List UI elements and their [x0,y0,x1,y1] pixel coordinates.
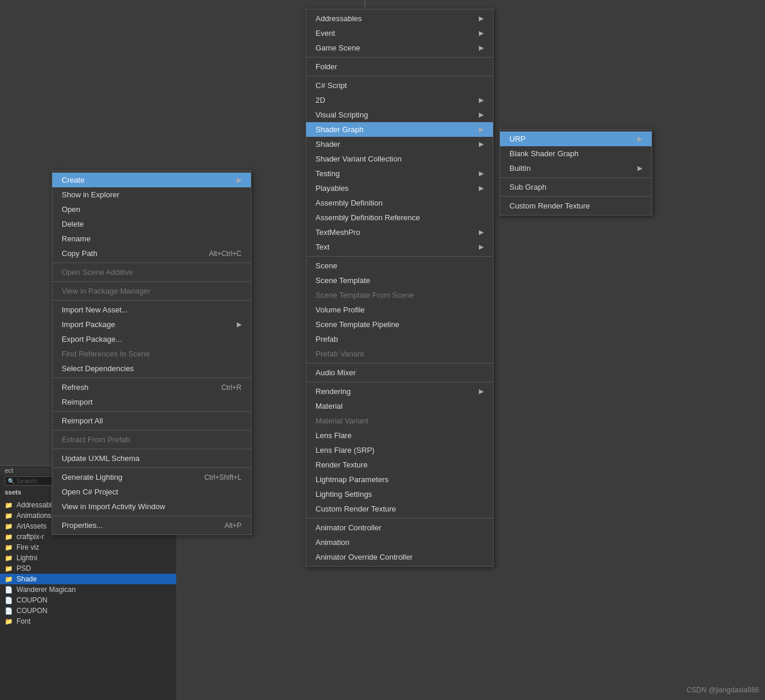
menu-item-refresh[interactable]: Refresh Ctrl+R [52,380,251,395]
menu-item-shader-graph[interactable]: Shader Graph ▶ [306,122,493,137]
file-item-fireviz[interactable]: Fire viz [0,542,176,553]
menu-item-generate-lighting[interactable]: Generate Lighting Ctrl+Shift+L [52,470,251,484]
menu-item-render-texture[interactable]: Render Texture [306,457,493,472]
menu-label: Animator Controller [316,523,381,532]
file-item-psd[interactable]: PSD [0,563,176,574]
menu-item-animator-override[interactable]: Animator Override Controller [306,550,493,564]
menu-item-delete[interactable]: Delete [52,217,251,231]
menu-label: Rendering [316,387,351,396]
menu-item-custom-render-texture-urp[interactable]: Custom Render Texture [500,198,652,213]
menu-item-lens-flare[interactable]: Lens Flare [306,428,493,443]
menu-item-builtin[interactable]: BuiltIn ▶ [500,161,652,176]
menu-item-game-scene[interactable]: Game Scene ▶ [306,41,493,55]
menu-label: Shader Graph [316,125,364,134]
separator [306,57,493,58]
menu-label: View in Package Manager [62,287,150,295]
menu-item-sub-graph[interactable]: Sub Graph [500,180,652,194]
menu-item-select-dependencies[interactable]: Select Dependencies [52,361,251,376]
folder-icon [5,533,13,541]
menu-item-view-package-manager: View in Package Manager [52,284,251,298]
file-item-font[interactable]: Font [0,616,176,627]
menu-item-shader-variant[interactable]: Shader Variant Collection [306,152,493,166]
folder-icon [5,543,13,551]
menu-item-volume-profile[interactable]: Volume Profile [306,302,493,317]
menu-item-urp[interactable]: URP ▶ [500,132,652,146]
menu-item-show-explorer[interactable]: Show in Explorer [52,187,251,202]
menu-item-open-scene-additive: Open Scene Additive [52,265,251,280]
menu-item-2d[interactable]: 2D ▶ [306,93,493,107]
menu-item-export-package[interactable]: Export Package... [52,332,251,346]
menu-item-rename[interactable]: Rename [52,231,251,246]
menu-item-lightmap-parameters[interactable]: Lightmap Parameters [306,472,493,487]
context-menu-create: Addressables ▶ Event ▶ Game Scene ▶ Fold… [306,9,494,567]
menu-item-copy-path[interactable]: Copy Path Alt+Ctrl+C [52,246,251,261]
shortcut-label: Alt+P [224,521,241,530]
menu-item-scene[interactable]: Scene [306,258,493,273]
menu-item-lens-flare-srp[interactable]: Lens Flare (SRP) [306,443,493,457]
menu-item-shader[interactable]: Shader ▶ [306,137,493,152]
menu-item-scene-template-pipeline[interactable]: Scene Template Pipeline [306,317,493,332]
submenu-arrow: ▶ [479,29,484,37]
menu-item-create[interactable]: Create ▶ [52,173,251,187]
menu-item-open-csharp[interactable]: Open C# Project [52,484,251,499]
menu-item-extract-prefab: Extract From Prefab [52,432,251,447]
submenu-arrow: ▶ [479,44,484,52]
submenu-arrow: ▶ [479,111,484,119]
file-item-shade[interactable]: Shade [0,574,176,584]
folder-icon [5,522,13,530]
menu-label: Generate Lighting [62,473,122,482]
menu-item-playables[interactable]: Playables ▶ [306,181,493,196]
menu-item-text[interactable]: Text ▶ [306,240,493,254]
file-item-coupon1[interactable]: COUPON [0,595,176,605]
menu-label: 2D [316,96,326,105]
submenu-arrow: ▶ [479,243,484,251]
menu-label: Refresh [62,383,89,392]
menu-item-reimport[interactable]: Reimport [52,395,251,409]
menu-item-lighting-settings[interactable]: Lighting Settings [306,487,493,502]
menu-item-reimport-all[interactable]: Reimport All [52,413,251,428]
menu-item-csharp-script[interactable]: C# Script [306,78,493,93]
menu-item-audio-mixer[interactable]: Audio Mixer [306,365,493,380]
menu-label: Find References In Scene [62,349,150,358]
file-item-coupon2[interactable]: COUPON [0,605,176,616]
file-item-lightni[interactable]: Lightni [0,553,176,563]
menu-item-animator-controller[interactable]: Animator Controller [306,520,493,535]
menu-label: Animation [316,538,350,547]
menu-item-custom-render-texture[interactable]: Custom Render Texture [306,502,493,516]
submenu-arrow: ▶ [237,176,241,184]
menu-item-import-new-asset[interactable]: Import New Asset... [52,302,251,317]
menu-label: Lens Flare [316,431,351,440]
menu-item-testing[interactable]: Testing ▶ [306,166,493,181]
menu-item-textmeshpro[interactable]: TextMeshPro ▶ [306,225,493,240]
menu-label: Scene [316,261,337,270]
menu-item-visual-scripting[interactable]: Visual Scripting ▶ [306,107,493,122]
menu-item-prefab[interactable]: Prefab [306,332,493,346]
menu-item-blank-shader-graph[interactable]: Blank Shader Graph [500,146,652,161]
menu-item-addressables[interactable]: Addressables ▶ [306,11,493,26]
menu-item-material[interactable]: Material [306,399,493,413]
menu-item-folder[interactable]: Folder [306,59,493,74]
menu-item-update-uxml[interactable]: Update UXML Schema [52,451,251,466]
menu-label: Reimport All [62,416,103,425]
menu-item-import-package[interactable]: Import Package ▶ [52,317,251,332]
search-icon: 🔍 [8,478,15,484]
separator [306,363,493,364]
separator [306,382,493,382]
menu-item-create-label: Create [62,176,85,184]
menu-item-prefab-variant: Prefab Variant [306,346,493,361]
menu-item-event[interactable]: Event ▶ [306,26,493,41]
menu-item-assembly-definition-ref[interactable]: Assembly Definition Reference [306,210,493,225]
menu-item-open[interactable]: Open [52,202,251,217]
menu-item-assembly-definition[interactable]: Assembly Definition [306,196,493,210]
menu-label: Blank Shader Graph [509,149,579,158]
menu-item-animation[interactable]: Animation [306,535,493,550]
separator [52,411,251,412]
menu-item-properties[interactable]: Properties... Alt+P [52,518,251,533]
file-item-wanderer[interactable]: Wanderer Magican [0,584,176,595]
menu-item-view-import-activity[interactable]: View in Import Activity Window [52,499,251,514]
shortcut-label: Ctrl+Shift+L [204,473,241,482]
menu-item-rendering[interactable]: Rendering ▶ [306,384,493,399]
menu-item-scene-template[interactable]: Scene Template [306,273,493,288]
folder-icon [5,575,13,583]
shortcut-label: Alt+Ctrl+C [209,250,241,258]
